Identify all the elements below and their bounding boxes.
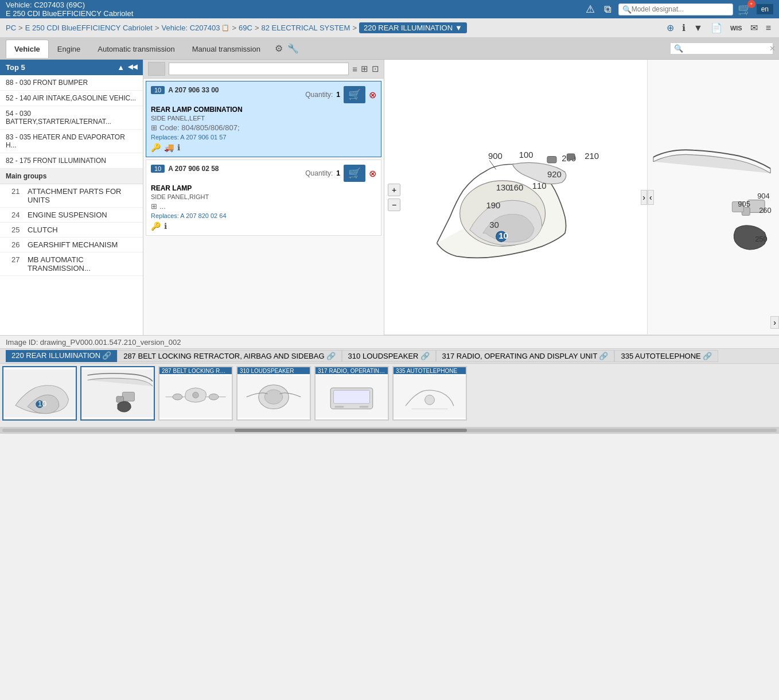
tab-search-input[interactable] bbox=[683, 45, 769, 53]
cart-button[interactable]: 🛒 + bbox=[738, 2, 752, 16]
strip-tab-317[interactable]: 317 RADIO, OPERATING AND DISPLAY UNIT 🔗 bbox=[436, 350, 615, 362]
part-item-0[interactable]: 10 A 207 906 33 00 Quantity: 1 🛒 ⊗ REAR … bbox=[146, 81, 381, 157]
breadcrumb-electrical[interactable]: 82 ELECTRICAL SYSTEM bbox=[262, 24, 350, 32]
svg-text:250: 250 bbox=[755, 235, 768, 243]
diagram-area: 900 100 200 210 920 160 110 130 190 30 1… bbox=[384, 60, 779, 335]
breadcrumb-pc[interactable]: PC bbox=[6, 24, 16, 32]
part-info-icon-1[interactable]: ℹ bbox=[164, 221, 167, 231]
sidebar-item-2[interactable]: 54 - 030 BATTERY,STARTER/ALTERNAT... bbox=[0, 106, 143, 130]
filter-button[interactable]: ▼ bbox=[691, 22, 705, 34]
add-to-cart-btn-1[interactable]: 🛒 bbox=[344, 165, 365, 182]
delete-btn-0[interactable]: ⊗ bbox=[369, 90, 376, 100]
svg-text:920: 920 bbox=[547, 170, 562, 179]
tab-vehicle[interactable]: Vehicle bbox=[6, 40, 49, 58]
zoom-out-btn[interactable]: − bbox=[388, 199, 400, 211]
collapse-left-icon[interactable]: ◀◀ bbox=[128, 63, 137, 72]
thumb-317[interactable]: 317 RADIO, OPERATING AND DISPLAY UNIT bbox=[314, 366, 389, 421]
info-button[interactable]: ℹ bbox=[680, 21, 688, 34]
part-key-icon-1[interactable]: 🔑 bbox=[151, 221, 161, 231]
diagram-main[interactable]: 900 100 200 210 920 160 110 130 190 30 1… bbox=[384, 60, 647, 335]
thumb-310[interactable]: 310 LOUDSPEAKER bbox=[236, 366, 311, 421]
zoom-in-btn[interactable]: + bbox=[388, 184, 400, 196]
document-button[interactable]: 📄 bbox=[708, 21, 725, 34]
search-icon: 🔍 bbox=[622, 5, 632, 14]
zoom-in-button[interactable]: ⊕ bbox=[664, 21, 676, 34]
sidebar-item-3[interactable]: 83 - 035 HEATER AND EVAPORATOR H... bbox=[0, 130, 143, 153]
tab-search-clear-icon[interactable]: ✕ bbox=[769, 44, 776, 53]
sidebar-group-24[interactable]: 24 ENGINE SUSPENSION bbox=[0, 208, 143, 223]
sidebar-header: Top 5 ▲ ◀◀ bbox=[0, 60, 143, 75]
parts-list: 10 A 207 906 33 00 Quantity: 1 🛒 ⊗ REAR … bbox=[143, 79, 384, 335]
svg-text:100: 100 bbox=[519, 150, 533, 160]
image-id-bar: Image ID: drawing_PV000.001.547.210_vers… bbox=[0, 335, 779, 349]
scrollbar-thumb[interactable] bbox=[235, 429, 467, 432]
part-key-icon-0[interactable]: 🔑 bbox=[151, 143, 161, 152]
strip-tab-335[interactable]: 335 AUTOTELEPHONE 🔗 bbox=[614, 350, 718, 362]
horizontal-scrollbar[interactable] bbox=[0, 427, 779, 434]
wrench-icon[interactable]: 🔧 bbox=[286, 42, 300, 55]
collapse-up-icon[interactable]: ▲ bbox=[117, 63, 124, 72]
strip-tab-287[interactable]: 287 BELT LOCKING RETRACTOR, AIRBAG AND S… bbox=[117, 350, 341, 362]
tab-auto-trans[interactable]: Automatic transmission bbox=[89, 40, 183, 58]
thumb-317-label: 317 RADIO, OPERATING AND DISPLAY UNIT bbox=[316, 367, 388, 374]
thumb-287[interactable]: 287 BELT LOCKING RETRACTOR, AIRBAG AND S… bbox=[158, 366, 233, 421]
sidebar-group-21[interactable]: 21 ATTACHMENT PARTS FOR UNITS bbox=[0, 184, 143, 208]
more-button[interactable]: ≡ bbox=[764, 22, 773, 34]
part-item-1[interactable]: 10 A 207 906 02 58 Quantity: 1 🛒 ⊗ REAR … bbox=[146, 160, 381, 236]
grid-view-icon[interactable]: ⊞ bbox=[361, 64, 368, 74]
diagram-side-expand-bottom[interactable]: › bbox=[770, 316, 779, 329]
diagram-expand-right[interactable]: › bbox=[641, 190, 647, 205]
diagram-side-expand[interactable]: ‹ bbox=[648, 190, 654, 205]
part-truck-icon-0[interactable]: 🚚 bbox=[164, 143, 174, 152]
sidebar-group-25[interactable]: 25 CLUTCH bbox=[0, 223, 143, 238]
lang-button[interactable]: en bbox=[757, 4, 773, 14]
part-sub-0: SIDE PANEL,LEFT bbox=[151, 115, 376, 122]
sidebar-item-4[interactable]: 82 - 175 FRONT ILLUMINATION bbox=[0, 153, 143, 169]
svg-text:30: 30 bbox=[489, 220, 499, 230]
gear-icon[interactable]: ⚙ bbox=[274, 42, 284, 55]
thumb-287-label: 287 BELT LOCKING RETRACTOR, AIRBAG AND S… bbox=[159, 367, 232, 374]
sidebar-item-0[interactable]: 88 - 030 FRONT BUMPER bbox=[0, 75, 143, 91]
parts-search-input[interactable] bbox=[169, 63, 349, 75]
alert-button[interactable]: ⚠ bbox=[583, 1, 597, 18]
delete-btn-1[interactable]: ⊗ bbox=[369, 168, 376, 179]
list-view-icon[interactable]: ≡ bbox=[352, 64, 357, 74]
part-code-0: ⊞ Code: 804/805/806/807; bbox=[151, 123, 376, 132]
breadcrumb-69c[interactable]: 69C bbox=[239, 24, 252, 32]
svg-text:905: 905 bbox=[738, 200, 750, 208]
expand-view-icon[interactable]: ⊡ bbox=[372, 64, 379, 74]
thumb-220-1[interactable]: 10 bbox=[2, 366, 77, 421]
thumb-220-2[interactable] bbox=[80, 366, 155, 421]
thumb-335-img bbox=[394, 374, 466, 419]
part-replaces-0: Replaces: A 207 906 01 57 bbox=[151, 134, 376, 141]
strip-tab-310-link: 🔗 bbox=[420, 352, 430, 360]
strip-tab-220[interactable]: 220 REAR ILLUMINATION 🔗 bbox=[6, 350, 117, 362]
thumb-335[interactable]: 335 AUTOTELEPHONE bbox=[392, 366, 467, 421]
add-to-cart-btn-0[interactable]: 🛒 bbox=[344, 86, 365, 103]
part-info-icon-0[interactable]: ℹ bbox=[177, 143, 180, 152]
copy-button[interactable]: ⧉ bbox=[602, 1, 614, 18]
strip-tab-310[interactable]: 310 LOUDSPEAKER 🔗 bbox=[342, 350, 436, 362]
breadcrumb-rear-illumination[interactable]: 220 REAR ILLUMINATION ▼ bbox=[359, 22, 467, 33]
breadcrumb-vehicle-name[interactable]: E 250 CDI BlueEFFICIENCY Cabriolet bbox=[25, 24, 153, 32]
model-search-input[interactable] bbox=[632, 5, 723, 13]
breadcrumb-c207403[interactable]: Vehicle: C207403 📋 bbox=[162, 24, 230, 32]
tab-manual-trans[interactable]: Manual transmission bbox=[184, 40, 269, 58]
part-quantity-area-0: Quantity: 1 🛒 ⊗ bbox=[305, 86, 376, 103]
sidebar-title: Top 5 bbox=[6, 63, 25, 72]
part-pos-1: 10 bbox=[151, 165, 165, 173]
vehicle-info-header: Vehicle: C207403 (69C) E 250 CDI BlueEFF… bbox=[6, 1, 133, 18]
sidebar-group-27[interactable]: 27 MB AUTOMATIC TRANSMISSION... bbox=[0, 252, 143, 276]
wis-button[interactable]: WIS bbox=[728, 24, 745, 33]
svg-text:110: 110 bbox=[532, 181, 547, 190]
group-num-27: 27 bbox=[11, 255, 24, 273]
part-sub-1: SIDE PANEL,RIGHT bbox=[151, 193, 376, 200]
mail-button[interactable]: ✉ bbox=[748, 21, 760, 34]
diagram-side[interactable]: 904 905 260 250 ‹ › bbox=[647, 60, 779, 335]
thumb-220-1-img: 10 bbox=[3, 367, 76, 419]
svg-rect-14 bbox=[547, 157, 556, 163]
sidebar-group-26[interactable]: 26 GEARSHIFT MECHANISM bbox=[0, 238, 143, 252]
tab-engine[interactable]: Engine bbox=[49, 40, 89, 58]
svg-rect-40 bbox=[335, 406, 344, 407]
sidebar-item-1[interactable]: 52 - 140 AIR INTAKE,GASOLINE VEHIC... bbox=[0, 91, 143, 106]
